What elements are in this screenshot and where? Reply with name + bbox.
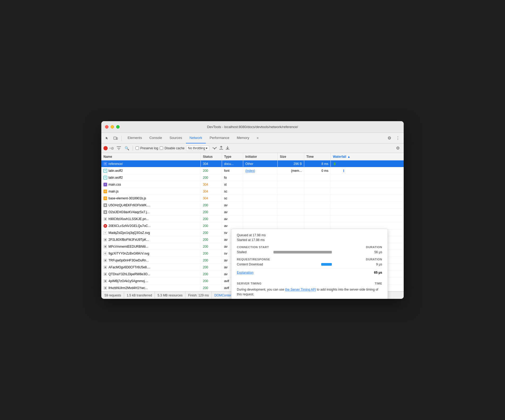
row-initiator-cell: [243, 195, 278, 202]
img-icon: ▣: [103, 217, 107, 221]
row-name-cell: ▣ AFacMOgv6D0CFTr6U5e8....: [101, 264, 201, 270]
row-type-cell: docu...: [222, 160, 243, 167]
row-size-cell: [278, 195, 304, 202]
server-timing-api-link[interactable]: the Server Timing API: [285, 288, 316, 291]
tab-console[interactable]: Console: [146, 133, 166, 143]
font-icon: T: [103, 169, 107, 173]
row-status-cell: 304: [201, 181, 222, 188]
network-settings-icon[interactable]: ⚙: [394, 145, 402, 152]
resources-size: 5.3 MB resources: [155, 292, 185, 299]
toolbar-actions: ⚙ ⋮: [386, 134, 402, 142]
row-initiator-cell: [243, 188, 278, 195]
tab-memory[interactable]: Memory: [233, 133, 253, 143]
content-download-bar-area: [273, 263, 364, 266]
table-row[interactable]: JS base-element-3018901b.js 304 sc: [101, 195, 404, 202]
tab-elements[interactable]: Elements: [124, 133, 146, 143]
device-toolbar-icon[interactable]: [112, 134, 119, 142]
more-options-icon[interactable]: ⋮: [394, 134, 402, 142]
request-response-header: Request/Response DURATION: [237, 258, 382, 261]
row-initiator-cell: [243, 222, 278, 229]
row-waterfall-cell: [331, 188, 404, 195]
table-row[interactable]: JS main.js 304 sc: [101, 188, 404, 195]
search-icon[interactable]: 🔍: [124, 145, 130, 151]
svg-icon: ⊘: [103, 231, 107, 235]
maximize-button[interactable]: [116, 125, 120, 129]
total-duration: 65 μs: [366, 271, 382, 274]
col-status[interactable]: Status: [201, 153, 222, 160]
row-waterfall-cell: [331, 181, 404, 188]
col-time[interactable]: Time: [304, 153, 331, 160]
row-size-cell: (mem...: [278, 167, 304, 174]
col-waterfall[interactable]: Waterfall ▲: [331, 153, 404, 160]
table-row[interactable]: ▣ O2slJEHG9avKV4aqzSx7.j... 200 av: [101, 209, 404, 216]
throttle-select[interactable]: No throttling ▾: [186, 146, 210, 151]
close-button[interactable]: [105, 125, 108, 129]
toolbar-separator-1: [121, 135, 122, 141]
tab-sources[interactable]: Sources: [166, 133, 186, 143]
svg-rect-0: [114, 137, 116, 139]
tab-performance[interactable]: Performance: [206, 133, 233, 143]
row-status-cell: 200: [201, 202, 222, 208]
col-type[interactable]: Type: [222, 153, 243, 160]
preserve-log-checkbox[interactable]: Preserve log: [136, 146, 158, 150]
row-status-cell: 200: [201, 264, 222, 270]
table-row[interactable]: ▣ h90CtfziXluvh1LSSKJE.pn... 200 av: [101, 216, 404, 222]
row-name-cell: ▣ U5OHzQL4tEKFr6OFlxWK....: [101, 202, 201, 208]
window-title: DevTools - localhost:8080/docs/devtools/…: [207, 125, 298, 129]
table-row[interactable]: # main.css 304 st: [101, 181, 404, 188]
settings-icon[interactable]: ⚙: [386, 134, 393, 142]
row-status-cell: 304: [201, 195, 222, 202]
img-icon: ▣: [103, 286, 107, 290]
row-type-cell: av: [222, 216, 243, 222]
stalled-row: Stalled 56 μs: [237, 250, 382, 254]
col-initiator[interactable]: Initiator: [243, 153, 278, 160]
record-button[interactable]: [103, 146, 108, 150]
row-status-cell: 200: [201, 209, 222, 215]
img-icon: ▣: [103, 259, 107, 262]
row-name-cell: T latin.woff2: [101, 167, 201, 174]
table-row[interactable]: ● 20E6CLcSzNV2GELQu7oC... 200 av: [101, 222, 404, 229]
js-icon: JS: [103, 196, 107, 200]
requests-count: 59 requests: [105, 292, 124, 299]
row-name-cell: ▣ 2P2L80XfBoFWJFxU9TpK...: [101, 236, 201, 243]
cursor-icon[interactable]: [103, 134, 111, 142]
main-tabs: Elements Console Sources Network Perform…: [124, 133, 385, 143]
row-name-cell: ▣ h90CtfziXluvh1LSSKJE.pn...: [101, 216, 201, 222]
row-name-cell: ≡ reference/: [101, 160, 201, 167]
tab-more[interactable]: »: [253, 133, 262, 143]
img-icon: ▣: [103, 279, 107, 283]
tab-network[interactable]: Network: [186, 133, 206, 143]
table-row[interactable]: T latin.woff2 200 font (index) (mem... 0…: [101, 167, 404, 174]
row-type-cell: av: [222, 222, 243, 229]
column-headers: Name Status Type Initiator Size Time Wat…: [101, 153, 404, 160]
row-status-cell: 200: [201, 271, 222, 277]
row-time-cell: [304, 181, 331, 188]
stop-recording-icon[interactable]: [109, 146, 114, 151]
minimize-button[interactable]: [111, 125, 114, 129]
row-time-cell: 0 ms: [304, 167, 331, 174]
wireless-icon: [212, 146, 217, 151]
row-name-cell: ▣ MPcVmmemtEEDURBN6l...: [101, 243, 201, 250]
row-status-cell: 200: [201, 250, 222, 257]
row-size-cell: 296 B: [278, 160, 304, 167]
row-size-cell: [278, 174, 304, 181]
img-icon: ▣: [103, 265, 107, 269]
filter-bar: 🔍 Preserve log Disable cache No throttli…: [101, 143, 404, 153]
sort-arrow-icon: ▲: [347, 155, 350, 159]
col-name[interactable]: Name: [101, 153, 201, 160]
started-at-info: Started at 17.98 ms: [237, 238, 382, 242]
row-initiator-cell: Other: [243, 160, 278, 167]
table-row[interactable]: T latin.woff2 200 fo: [101, 174, 404, 181]
filter-icon[interactable]: [116, 145, 122, 151]
table-row[interactable]: ≡ reference/ 304 docu... Other 296 B 8 m…: [101, 160, 404, 167]
svg-gear-icon: ⚙: [103, 252, 107, 255]
table-row[interactable]: ▣ U5OHzQL4tEKFr6OFlxWK.... 200 av: [101, 202, 404, 209]
devtools-window: DevTools - localhost:8080/docs/devtools/…: [101, 121, 404, 299]
disable-cache-checkbox[interactable]: Disable cache: [160, 146, 184, 150]
throttle-arrow-icon: ▾: [206, 146, 207, 150]
col-size[interactable]: Size: [278, 153, 304, 160]
row-waterfall-cell: [331, 160, 404, 167]
row-initiator-cell: [243, 209, 278, 215]
explanation-link[interactable]: Explanation: [237, 271, 254, 274]
row-name-cell: ▣ O2slJEHG9avKV4aqzSx7.j...: [101, 209, 201, 215]
